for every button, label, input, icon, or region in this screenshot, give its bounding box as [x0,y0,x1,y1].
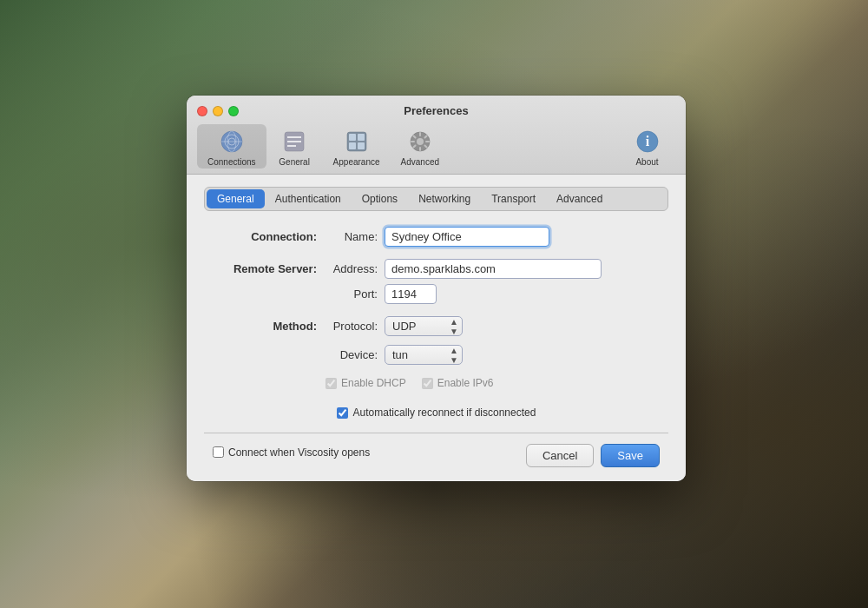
close-button[interactable] [197,106,207,116]
tab-options[interactable]: Options [352,189,408,208]
port-input[interactable] [385,284,437,304]
device-select[interactable]: tuntap [385,345,463,365]
general-icon [280,128,308,155]
name-input[interactable] [385,227,549,247]
titlebar: Preferences Connections [187,96,686,175]
preferences-window: Preferences Connections [187,96,686,481]
about-label: About [635,157,658,167]
address-input[interactable] [385,259,602,279]
connection-row: Connection: Name: [213,227,660,247]
port-label: Port: [326,287,378,301]
appearance-icon [343,128,371,155]
enable-dhcp-label: Enable DHCP [341,377,406,389]
tab-authentication[interactable]: Authentication [265,189,352,208]
svg-rect-11 [358,134,365,141]
cancel-button[interactable]: Cancel [526,444,594,467]
tab-transport[interactable]: Transport [481,189,546,208]
enable-ipv6-row: Enable IPv6 [422,377,494,389]
svg-rect-17 [419,147,421,151]
method-section: Method: Protocol: UDPTCP ▲ ▼ [213,316,660,336]
toolbar-general[interactable]: General [266,124,323,169]
about-icon: i [634,128,661,155]
disabled-checkboxes-row: Enable DHCP Enable IPv6 [213,377,660,396]
action-buttons: Cancel Save [526,444,660,467]
tab-networking[interactable]: Networking [408,189,481,208]
divider [204,433,668,433]
content-area: General Authentication Options Networkin… [187,175,686,481]
connection-section-label: Connection: [213,230,317,243]
connections-icon [218,128,246,155]
port-row: Port: [213,284,660,304]
toolbar: Connections General [197,124,675,174]
connect-on-open-row: Connect when Viscosity opens [213,446,370,459]
device-row: Device: tuntap ▲ ▼ [213,345,660,365]
enable-ipv6-checkbox[interactable] [422,378,433,389]
maximize-button[interactable] [228,106,239,116]
enable-dhcp-row: Enable DHCP [326,377,406,389]
auto-reconnect-checkbox[interactable] [337,407,348,419]
minimize-button[interactable] [213,106,223,116]
auto-reconnect-row: Automatically reconnect if disconnected [213,406,660,419]
auto-reconnect-label: Automatically reconnect if disconnected [353,406,536,419]
address-label: Address: [326,262,378,275]
protocol-select[interactable]: UDPTCP [385,316,463,336]
toolbar-appearance[interactable]: Appearance [323,124,391,169]
svg-rect-19 [425,141,430,142]
device-select-wrap: tuntap ▲ ▼ [385,345,463,365]
enable-dhcp-checkbox[interactable] [326,378,337,389]
svg-point-15 [417,138,424,145]
svg-rect-18 [411,141,415,142]
name-label: Name: [326,230,378,243]
enable-ipv6-label: Enable IPv6 [437,377,494,389]
bottom-bar: Connect when Viscosity opens Cancel Save [204,444,668,467]
tab-general[interactable]: General [207,189,265,208]
svg-rect-13 [358,142,365,149]
protocol-label: Protocol: [326,320,378,333]
form: Connection: Name: Remote Server: Address… [204,227,668,419]
titlebar-top: Preferences [197,104,675,117]
connections-label: Connections [207,157,256,167]
toolbar-connections[interactable]: Connections [197,124,266,169]
svg-rect-12 [349,142,356,149]
remote-server-label: Remote Server: [213,262,317,275]
connect-on-open-label: Connect when Viscosity opens [228,446,370,459]
svg-rect-10 [349,134,356,141]
toolbar-about[interactable]: i About [619,124,675,169]
save-button[interactable]: Save [601,444,660,467]
connect-on-open-checkbox[interactable] [213,446,224,458]
device-label: Device: [326,348,378,361]
tab-advanced[interactable]: Advanced [546,189,613,208]
remote-server-section: Remote Server: Address: [213,259,660,279]
traffic-lights [197,106,239,116]
method-label: Method: [213,320,317,333]
svg-rect-16 [419,132,421,136]
window-title: Preferences [197,104,675,117]
tab-bar: General Authentication Options Networkin… [204,187,668,211]
general-label: General [279,157,310,167]
svg-text:i: i [645,134,649,149]
toolbar-advanced[interactable]: Advanced [391,124,450,169]
advanced-icon [406,128,434,155]
appearance-label: Appearance [333,157,380,167]
protocol-select-wrap: UDPTCP ▲ ▼ [385,316,463,336]
advanced-label: Advanced [401,157,439,167]
